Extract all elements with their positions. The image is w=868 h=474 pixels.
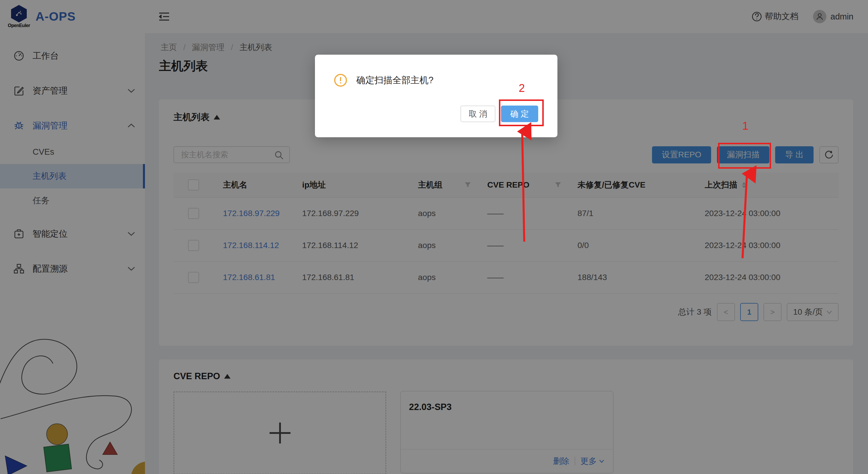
warning-icon (334, 74, 347, 87)
annotation-number-2: 2 (519, 82, 525, 95)
modal-cancel-button[interactable]: 取 消 (461, 106, 495, 122)
app-root: OpenEuler A-OPS 帮助文档 a (0, 0, 868, 474)
annotation-number-1: 1 (742, 120, 748, 132)
annotation-box-step2 (499, 99, 544, 126)
modal-message: 确定扫描全部主机? (356, 74, 433, 87)
annotation-box-step1 (718, 143, 771, 169)
